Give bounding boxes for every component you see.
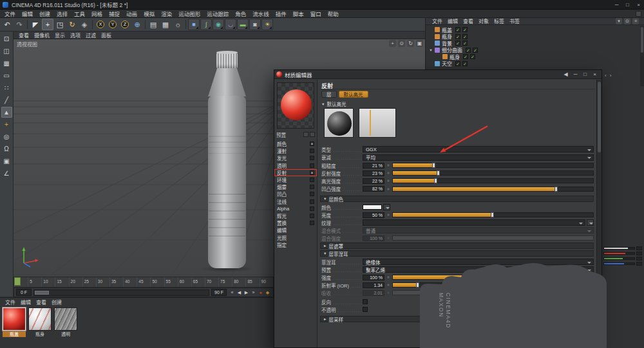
enable-toggle[interactable]	[455, 34, 460, 39]
object-name[interactable]: 背景	[442, 40, 452, 47]
channel-row[interactable]: 光照	[274, 234, 317, 241]
channel-checkbox[interactable]	[310, 185, 314, 189]
channel-row[interactable]: 指定	[274, 241, 317, 248]
material-item-cap[interactable]: 瓶盖	[3, 307, 26, 337]
current-frame-field[interactable]: 0 F	[16, 289, 32, 296]
menu-item[interactable]: 帮助	[325, 10, 342, 17]
material-preview[interactable]	[277, 82, 314, 129]
value-field[interactable]: 22 %	[363, 178, 384, 184]
prev-icon[interactable]: ‹	[605, 73, 607, 78]
channel-checkbox[interactable]	[310, 221, 314, 225]
goto-start-icon[interactable]: «	[229, 289, 236, 296]
slider-track[interactable]	[392, 290, 594, 295]
rotate-tool-icon[interactable]: ↻	[66, 19, 78, 30]
color-dropdown-icon[interactable]	[383, 204, 390, 210]
live-selection-icon[interactable]: ◤	[30, 19, 41, 30]
layer-fresnel-header[interactable]: ▼层菲涅耳	[320, 250, 594, 257]
channel-name[interactable]: 置换	[277, 219, 310, 226]
material-menu-item[interactable]: 编辑	[18, 298, 33, 306]
goto-end-icon[interactable]: »	[250, 289, 257, 296]
channel-name[interactable]: 发光	[277, 154, 310, 161]
value-dial[interactable]	[386, 187, 390, 191]
color-value-box[interactable]	[636, 257, 642, 261]
value-field[interactable]: 100 %	[363, 275, 384, 280]
viewport-menu-item[interactable]: 选项	[68, 32, 83, 39]
collapse-icon[interactable]: ▼	[321, 102, 325, 106]
green-slider[interactable]	[603, 257, 642, 260]
minimize-button[interactable]: ─	[611, 0, 622, 10]
slider-track[interactable]	[392, 275, 594, 280]
enable-toggle[interactable]	[455, 27, 460, 32]
record-icon[interactable]: ●	[257, 289, 264, 296]
viewport-menu-item[interactable]: 查看	[16, 32, 32, 39]
render-toggle[interactable]	[462, 27, 468, 32]
toolbar-separator[interactable]	[26, 19, 29, 30]
material-editor-titlebar[interactable]: 材质编辑器 ◀ ─ □ ×	[274, 70, 601, 79]
channel-checkbox[interactable]	[310, 163, 314, 168]
slider-track[interactable]	[392, 178, 594, 183]
maximize-button[interactable]: □	[622, 0, 633, 10]
channel-row[interactable]: 辉光	[274, 212, 317, 219]
search-icon[interactable]: ⊙	[624, 18, 630, 24]
channel-checkbox[interactable]	[310, 214, 314, 218]
material-item-transparent[interactable]: 透明	[54, 307, 77, 337]
menu-item[interactable]: 窗口	[307, 10, 325, 17]
add-cube-icon[interactable]: ■	[188, 19, 200, 30]
render-toggle[interactable]	[462, 61, 468, 66]
slider-row[interactable]: 粗糙度 21 %	[321, 161, 594, 169]
checkbox-row[interactable]: 不透明	[321, 306, 594, 313]
menu-item[interactable]: 选择	[53, 10, 71, 17]
color-slider-track[interactable]	[603, 247, 635, 250]
object-row[interactable]: 瓶身	[426, 53, 644, 60]
quantize-icon[interactable]: ∠	[1, 168, 12, 179]
lock-x-axis-icon[interactable]: X	[95, 19, 106, 30]
enable-toggle[interactable]	[466, 48, 471, 53]
channel-name[interactable]: 透明	[277, 162, 310, 169]
menu-item[interactable]: 创建	[36, 10, 53, 17]
model-mode-icon[interactable]: ◫	[1, 46, 12, 57]
coordinate-system-icon[interactable]: ⊕	[131, 19, 143, 30]
texture-browse-icon[interactable]	[587, 219, 594, 226]
object-menu-item[interactable]: 文件	[430, 17, 445, 24]
slider-row[interactable]: 高光强度 22 %	[321, 177, 594, 185]
last-tool-icon[interactable]: ◈	[79, 19, 90, 30]
channel-reflectance[interactable]: 反射	[274, 169, 317, 176]
preset-dropdown[interactable]: 聚苯乙烯	[363, 266, 594, 273]
panel-arrow-icon[interactable]: ◀	[561, 71, 571, 77]
edges-mode-icon[interactable]: ╱	[1, 95, 12, 105]
timeline-slider-handle[interactable]	[35, 291, 49, 295]
slider-row[interactable]: 反射强度 23 %	[321, 169, 594, 177]
object-row[interactable]: 背景	[426, 40, 644, 47]
object-menu-item[interactable]: 查看	[460, 17, 476, 24]
solo-mode-icon[interactable]: ◎	[1, 131, 12, 142]
slider-row[interactable]: 凹凸强度 82 %	[321, 185, 594, 193]
scale-tool-icon[interactable]: ◳	[54, 19, 66, 30]
checkbox[interactable]	[363, 307, 368, 312]
channel-name[interactable]: Alpha	[277, 206, 310, 212]
move-tool-icon[interactable]: +	[42, 19, 53, 30]
undo-icon[interactable]: ↶	[1, 19, 13, 30]
slider-track[interactable]	[392, 163, 594, 168]
prev-frame-icon[interactable]: ◀	[236, 289, 243, 296]
object-row[interactable]: 天空	[426, 60, 644, 68]
color-slider-track[interactable]	[603, 257, 635, 260]
value-field[interactable]: 23 %	[363, 170, 384, 176]
editor-minimize-button[interactable]: ─	[571, 71, 580, 77]
brightness-dial[interactable]	[386, 213, 390, 217]
redo-icon[interactable]: ↷	[14, 19, 25, 30]
material-menu-item[interactable]: 创建	[49, 298, 64, 306]
color-value-box[interactable]	[636, 252, 642, 255]
color-swatch[interactable]	[363, 205, 382, 210]
material-thumbnail[interactable]	[28, 307, 52, 331]
material-menu-item[interactable]: 查看	[33, 298, 49, 306]
object-name[interactable]: 细分曲面	[442, 46, 462, 53]
channel-checkbox[interactable]	[310, 156, 314, 160]
expand-icon[interactable]: ▼	[429, 48, 433, 52]
channel-row[interactable]: 烟雾	[274, 183, 317, 190]
object-menu-item[interactable]: 书签	[507, 17, 522, 24]
editor-maximize-button[interactable]: □	[580, 71, 590, 77]
value-dial[interactable]	[386, 283, 390, 287]
render-settings-icon[interactable]: ☼	[172, 19, 184, 30]
object-name[interactable]: 天空	[442, 60, 452, 67]
enable-toggle[interactable]	[455, 61, 460, 66]
